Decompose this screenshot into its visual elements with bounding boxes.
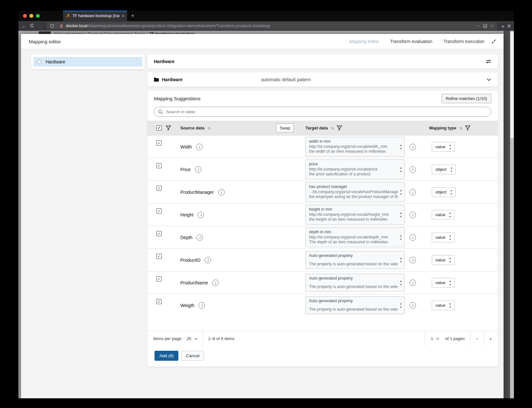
mapping-group-row[interactable]: Hardware automatic default pattern — [147, 72, 498, 87]
mapping-type-spinner-icon[interactable]: ▲▼ — [448, 302, 452, 309]
page-scrollbar[interactable] — [510, 31, 514, 398]
target-spinner-icon[interactable]: ▲▼ — [399, 143, 403, 150]
mapping-type-spinner-icon[interactable]: ▲▼ — [448, 143, 452, 150]
mapping-type-select[interactable]: object ▲▼ — [432, 187, 456, 197]
collapse-icon[interactable] — [491, 39, 496, 44]
info-icon[interactable]: i — [410, 234, 416, 241]
row-checkbox[interactable]: ✓ — [156, 231, 162, 236]
mapping-type-select[interactable]: value ▲▼ — [432, 210, 455, 220]
target-property-box[interactable]: Auto-generated property The property is … — [305, 274, 405, 292]
forward-icon[interactable]: → — [37, 24, 42, 28]
target-property-box[interactable]: Auto-generated property The property is … — [305, 251, 405, 269]
sort-icon[interactable]: ↑↓ — [207, 126, 210, 130]
info-icon[interactable]: i — [218, 189, 225, 195]
swap-button[interactable]: Swap — [276, 124, 294, 132]
url-text[interactable]: docker.local/dataintegration/workbench/p… — [66, 24, 473, 28]
new-tab-button[interactable]: + — [131, 12, 134, 19]
info-icon[interactable]: i — [205, 257, 211, 263]
target-property-box[interactable]: price http://ld.company.org/prod-vocab/p… — [305, 160, 405, 179]
target-spinner-icon[interactable]: ▲▼ — [399, 234, 403, 241]
mapping-type-spinner-icon[interactable]: ▲▼ — [450, 189, 453, 196]
row-checkbox[interactable]: ✓ — [156, 299, 162, 304]
page-select-chevron-icon[interactable] — [436, 331, 439, 346]
info-icon[interactable]: i — [410, 189, 416, 195]
chevron-down-icon[interactable] — [487, 78, 491, 81]
info-icon[interactable]: i — [410, 257, 416, 263]
info-icon[interactable]: i — [410, 166, 416, 173]
info-icon[interactable]: i — [197, 212, 204, 218]
filter-icon[interactable] — [166, 126, 171, 130]
info-icon[interactable]: i — [212, 280, 219, 286]
filter-icon[interactable] — [337, 126, 342, 130]
permissions-shield-icon[interactable] — [483, 24, 487, 28]
info-icon[interactable]: i — [410, 302, 416, 309]
cancel-button[interactable]: Cancel — [181, 351, 204, 361]
target-property-box[interactable]: has product manager .../ld.company.org/p… — [305, 182, 405, 202]
sort-icon[interactable]: ↑↓ — [331, 126, 334, 130]
modal-nav-item[interactable]: Transform execution — [443, 39, 484, 44]
mapping-type-spinner-icon[interactable]: ▲▼ — [448, 211, 452, 218]
target-property-box[interactable]: depth in mm http://ld.company.org/prod-v… — [305, 227, 405, 247]
modal-nav-item[interactable]: Mapping editor — [349, 39, 379, 44]
filter-icon[interactable] — [465, 126, 470, 130]
info-icon[interactable]: i — [410, 212, 416, 218]
info-icon[interactable]: i — [197, 234, 203, 241]
mapping-type-select[interactable]: value ▲▼ — [432, 255, 455, 265]
info-icon[interactable]: i — [195, 166, 201, 173]
tab-close-icon[interactable]: × — [122, 14, 124, 18]
add-button[interactable]: Add (8) — [154, 351, 178, 361]
row-checkbox[interactable]: ✓ — [156, 276, 162, 281]
overflow-chevrons-icon[interactable]: » — [502, 24, 504, 28]
search-input[interactable] — [166, 109, 487, 114]
target-property-box[interactable]: width in mm http://ld.company.org/prod-v… — [305, 137, 405, 157]
mapping-type-spinner-icon[interactable]: ▲▼ — [448, 279, 452, 286]
page-actions-icon[interactable]: ⋯ — [475, 23, 481, 29]
page-number[interactable]: 1 — [431, 331, 433, 346]
mapping-type-select[interactable]: value ▲▼ — [432, 142, 455, 152]
refine-matches-button[interactable]: Refine matches (1/10) — [442, 94, 491, 103]
sort-icon[interactable]: ↑↓ — [459, 126, 462, 130]
mapping-type-select[interactable]: value ▲▼ — [432, 278, 455, 288]
mapping-type-spinner-icon[interactable]: ▲▼ — [448, 234, 452, 241]
mapping-type-spinner-icon[interactable]: ▲▼ — [450, 166, 453, 173]
maximize-window-button[interactable] — [36, 14, 40, 18]
info-icon[interactable]: i — [198, 302, 205, 309]
browser-tab[interactable]: TF hardware bootstrap (transfo × — [63, 11, 127, 21]
scrollbar-thumb[interactable] — [510, 32, 514, 138]
table-search[interactable] — [154, 107, 491, 117]
row-checkbox[interactable]: ✓ — [156, 163, 162, 168]
back-icon[interactable]: ← — [22, 24, 27, 28]
next-page-icon[interactable]: ► — [484, 331, 498, 346]
target-spinner-icon[interactable]: ▲▼ — [399, 166, 403, 173]
menu-hamburger-icon[interactable]: ≡ — [507, 24, 511, 28]
mapping-type-select[interactable]: value ▲▼ — [432, 233, 455, 242]
row-checkbox[interactable]: ✓ — [156, 254, 162, 259]
info-icon[interactable]: i — [196, 144, 203, 150]
reload-icon[interactable] — [30, 23, 34, 28]
sidebar-item-hardware[interactable]: Hardware — [34, 57, 142, 67]
mapping-type-spinner-icon[interactable]: ▲▼ — [448, 257, 452, 264]
row-checkbox[interactable]: ✓ — [156, 186, 162, 191]
tracking-protection-shield-icon[interactable] — [50, 24, 54, 28]
target-spinner-icon[interactable]: ▲▼ — [399, 211, 403, 218]
minimize-window-button[interactable] — [29, 14, 33, 18]
info-icon[interactable]: i — [410, 280, 416, 286]
row-checkbox[interactable]: ✓ — [156, 140, 162, 146]
target-property-box[interactable]: height in mm http://ld.company.org/prod-… — [305, 205, 405, 225]
target-spinner-icon[interactable]: ▲▼ — [399, 279, 403, 286]
previous-page-icon[interactable]: ◄ — [470, 331, 484, 346]
target-property-box[interactable]: Auto-generated property The property is … — [305, 296, 405, 314]
target-spinner-icon[interactable]: ▲▼ — [399, 302, 403, 309]
modal-nav-item[interactable]: Transform evaluation — [390, 39, 432, 44]
row-checkbox[interactable]: ✓ — [156, 208, 162, 214]
close-window-button[interactable] — [23, 14, 27, 18]
url-bar[interactable]: docker.local/dataintegration/workbench/p… — [47, 22, 497, 30]
target-spinner-icon[interactable]: ▲▼ — [399, 189, 403, 196]
insecure-lock-icon[interactable] — [59, 24, 64, 28]
target-spinner-icon[interactable]: ▲▼ — [399, 257, 403, 264]
settings-adjust-icon[interactable] — [485, 59, 491, 64]
mapping-type-select[interactable]: value ▲▼ — [432, 301, 455, 310]
select-all-checkbox[interactable]: ✓ — [156, 126, 162, 131]
info-icon[interactable]: i — [410, 144, 416, 150]
bookmark-star-icon[interactable]: ☆ — [490, 23, 494, 28]
